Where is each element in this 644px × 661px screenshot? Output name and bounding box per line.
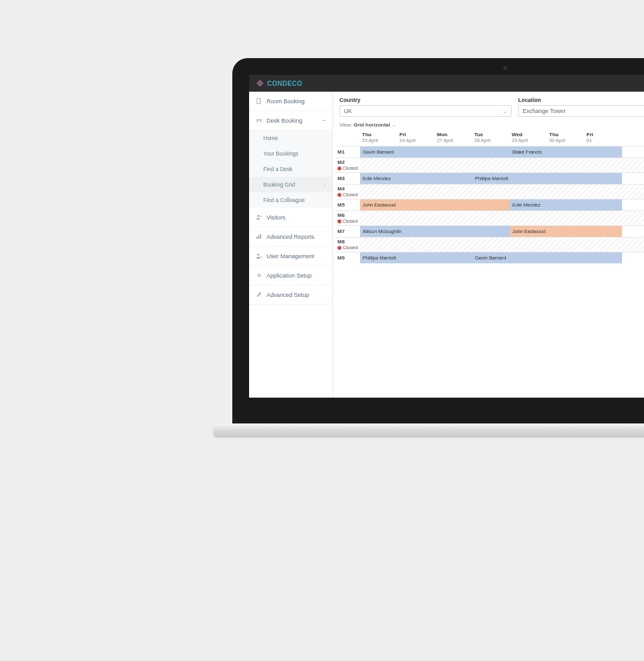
view-mode-row: View: Grid horizontal ⌄ (333, 121, 644, 130)
desk-booking-submenu: Home Your Bookings Find a Desk Booking G… (249, 130, 332, 208)
day-date: 27 April (437, 137, 470, 143)
svg-rect-2 (256, 119, 261, 120)
row-label: M5 (336, 199, 360, 210)
closed-text: Closed (343, 218, 357, 224)
row-label: M6Closed (336, 211, 360, 225)
nav-application-setup[interactable]: Application Setup (249, 266, 332, 285)
grid-cell[interactable] (472, 211, 510, 225)
grid-cell[interactable] (472, 238, 510, 252)
select-value: UK (344, 108, 352, 114)
sub-booking-grid[interactable]: Booking Grid › (249, 177, 332, 192)
sub-find-a-colleague[interactable]: Find a Colleague (249, 192, 332, 208)
day-date: 29 April (512, 137, 545, 143)
desk-icon (256, 117, 263, 124)
sub-label: Find a Desk (263, 166, 292, 172)
door-icon (256, 97, 263, 105)
grid-cell[interactable] (472, 185, 510, 199)
booking-block[interactable]: John Eastwood (510, 226, 622, 237)
nav-advanced-reports[interactable]: Advanced Reports (249, 227, 332, 247)
grid-cell[interactable] (435, 211, 472, 225)
day-name: Wed (512, 132, 545, 137)
people-icon (256, 214, 263, 221)
booking-block[interactable]: John Eastwood (360, 199, 510, 210)
nav-label: Advanced Setup (267, 292, 309, 298)
grid-cell[interactable] (397, 158, 435, 172)
booking-block[interactable]: Phillipa Marriott (360, 252, 472, 263)
grid-cell[interactable] (360, 185, 397, 199)
day-header: Fri24 April (397, 130, 435, 146)
view-value[interactable]: Grid horizontal (354, 122, 390, 128)
filter-location: Location Exchange Tower ⌄ (518, 97, 644, 117)
grid-cell[interactable] (472, 158, 510, 172)
sub-home[interactable]: Home (249, 130, 332, 146)
grid-cell[interactable] (360, 158, 397, 172)
booking-block[interactable]: Phillipa Marriott (472, 173, 622, 184)
brand: CONDECO (256, 79, 303, 88)
desk-id: M5 (337, 202, 358, 208)
grid-cell[interactable] (510, 238, 547, 252)
grid-cell[interactable] (547, 185, 585, 199)
grid-cell[interactable] (585, 211, 622, 225)
nav-advanced-setup[interactable]: Advanced Setup (249, 285, 332, 305)
grid-cell[interactable] (360, 238, 397, 252)
sub-label: Home (263, 135, 278, 141)
booking-block[interactable]: Blake Francis (510, 147, 622, 158)
desk-id: M1 (337, 149, 358, 155)
booking-block[interactable]: Edie Mendez (360, 173, 472, 184)
grid-cell[interactable] (397, 185, 435, 199)
grid-cell[interactable] (585, 158, 622, 172)
chevron-down-icon: ⌄ (503, 108, 507, 114)
grid-cell[interactable] (435, 238, 472, 252)
grid-rows: M1Gavin BarnardBlake FrancisM2ClosedM3Ed… (336, 146, 644, 263)
grid-cell[interactable] (510, 211, 547, 225)
grid-row: M8Closed (336, 237, 644, 252)
desk-id: M6 (337, 212, 358, 218)
row-cells (360, 185, 644, 199)
laptop-base (213, 423, 644, 438)
svg-point-1 (259, 101, 260, 101)
svg-rect-7 (256, 237, 257, 239)
grid-cell[interactable] (547, 158, 585, 172)
select-value: Exchange Tower (523, 108, 565, 114)
grid-cell[interactable] (547, 238, 585, 252)
grid-row: M3Edie MendezPhillipa Marriott (336, 172, 644, 184)
nav-desk-booking[interactable]: Desk Booking − (249, 111, 332, 130)
nav-label: Advanced Reports (267, 234, 314, 240)
grid-cell[interactable] (435, 158, 472, 172)
nav-visitors[interactable]: Visitors (249, 208, 332, 227)
camera-dot (503, 66, 507, 70)
sub-find-a-desk[interactable]: Find a Desk (249, 161, 332, 177)
app-body: Room Booking Desk Booking − Home Your Bo… (249, 92, 644, 398)
day-name: Thu (362, 132, 396, 137)
booking-block[interactable]: Gavin Barnard (472, 252, 622, 263)
booking-block[interactable]: Edie Mendez (510, 199, 622, 210)
svg-point-11 (260, 256, 261, 258)
chevron-down-icon: ⌄ (392, 122, 396, 128)
grid-cell[interactable] (510, 158, 547, 172)
nav-room-booking[interactable]: Room Booking (249, 92, 332, 111)
row-cells (360, 158, 644, 172)
desk-id: M4 (337, 186, 358, 192)
svg-rect-3 (257, 121, 257, 123)
day-header: Fri01 (585, 130, 622, 146)
grid-cell[interactable] (585, 238, 622, 252)
grid-cell[interactable] (547, 211, 585, 225)
grid-cell[interactable] (397, 238, 435, 252)
sub-your-bookings[interactable]: Your Bookings (249, 146, 332, 161)
nav-label: User Management (267, 253, 314, 259)
grid-cell[interactable] (585, 185, 622, 199)
country-select[interactable]: UK ⌄ (339, 105, 512, 117)
booking-block[interactable]: Allison Mcloughlin (360, 226, 510, 237)
view-label: View: (339, 122, 352, 128)
booking-block[interactable]: Gavin Barnard (360, 147, 510, 158)
grid-cell[interactable] (360, 211, 397, 225)
nav-user-management[interactable]: User Management (249, 247, 332, 266)
location-select[interactable]: Exchange Tower ⌄ (518, 105, 644, 117)
grid-cell[interactable] (397, 211, 435, 225)
grid-cell[interactable] (510, 185, 547, 199)
grid-corner (336, 130, 360, 146)
closed-text: Closed (343, 192, 357, 198)
grid-cell[interactable] (435, 185, 472, 199)
svg-rect-9 (260, 234, 261, 239)
day-header: Thu30 April (547, 130, 585, 146)
